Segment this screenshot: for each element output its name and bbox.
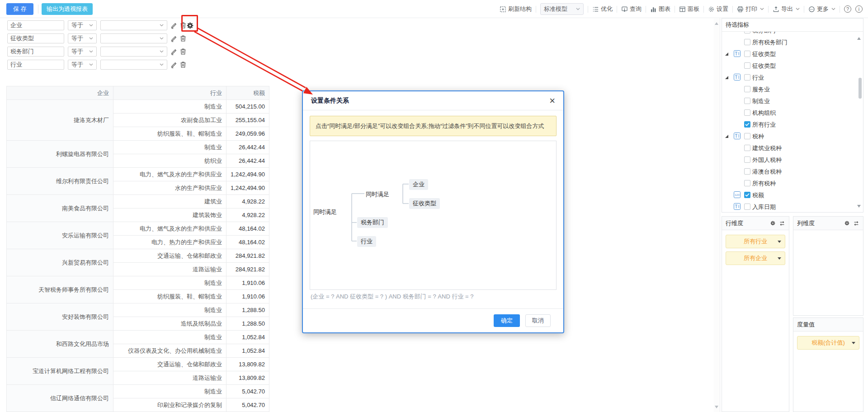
chart-label: 图表 — [659, 5, 670, 13]
help-icon[interactable]: ? — [844, 5, 851, 13]
print-button[interactable]: 打印 — [737, 5, 764, 13]
checkbox[interactable] — [744, 145, 750, 151]
checkbox[interactable] — [744, 121, 750, 128]
row-dimension-chip[interactable]: 所有企业 — [726, 251, 785, 265]
condition-group-node[interactable]: 同时满足 — [366, 190, 389, 199]
company-cell: 信辽网络通信有限公司 — [7, 385, 113, 412]
checkbox[interactable] — [744, 86, 750, 92]
checkbox[interactable] — [744, 192, 750, 198]
edit-icon[interactable] — [170, 34, 178, 43]
indicator-tree-item[interactable]: 所有行业 — [722, 118, 863, 130]
edit-icon[interactable] — [170, 47, 178, 56]
indicator-tree-item[interactable]: 建筑业税种 — [722, 142, 863, 154]
indicator-tree-item[interactable]: 所有税种 — [722, 177, 863, 189]
close-icon[interactable]: × — [549, 96, 555, 106]
checkbox[interactable] — [744, 109, 750, 116]
checkbox[interactable] — [744, 39, 750, 45]
indicator-tree-item[interactable]: 征收类型 — [722, 48, 863, 60]
checkbox[interactable] — [744, 204, 750, 210]
filter-value-select[interactable] — [100, 33, 167, 43]
filter-operator-value: 等于 — [71, 34, 83, 43]
refresh-structure-button[interactable]: 刷新结构 — [500, 5, 532, 13]
info-icon[interactable]: i — [855, 5, 863, 13]
delete-icon[interactable] — [179, 34, 187, 43]
scroll-up-arrow[interactable] — [857, 37, 861, 40]
filter-operator-select[interactable]: 等于 — [68, 47, 97, 57]
indicator-tree-item[interactable]: 服务业 — [722, 83, 863, 95]
panel-button[interactable]: 面板 — [679, 5, 699, 13]
dialog-hint-banner: 点击“同时满足/部分满足”可以改变组合关系;拖动“过滤条件”到不同位置可以改变组… — [310, 116, 557, 136]
checkbox[interactable] — [744, 168, 750, 175]
condition-chip-industry[interactable]: 行业 — [357, 236, 376, 247]
scroll-up-arrow[interactable] — [715, 22, 718, 25]
indicator-tree-item[interactable]: 机构组织 — [722, 107, 863, 118]
filter-field-input[interactable] — [7, 33, 64, 43]
amount-cell: 1,288.50 — [226, 303, 269, 317]
delete-icon[interactable] — [179, 61, 187, 69]
export-pivot-button[interactable]: 输出为透视报表 — [42, 3, 93, 15]
expander-icon[interactable] — [725, 52, 728, 56]
edit-icon[interactable] — [170, 61, 178, 69]
condition-root-node[interactable]: 同时满足 — [313, 208, 337, 216]
checkbox[interactable] — [744, 133, 750, 139]
checkbox[interactable] — [744, 74, 750, 81]
scrollbar-thumb[interactable] — [859, 78, 862, 99]
indicator-tree-item[interactable]: 入库日期 — [722, 201, 863, 212]
filter-operator-select[interactable]: 等于 — [68, 33, 97, 43]
table-row: 信辽网络通信有限公司制造业5,042.70 — [7, 385, 269, 398]
chart-button[interactable]: 图表 — [650, 5, 670, 13]
delete-icon[interactable] — [179, 47, 187, 56]
condition-chip-tax-dept[interactable]: 税务部门 — [357, 217, 388, 228]
filter-operator-select[interactable]: 等于 — [68, 20, 97, 30]
checkbox[interactable] — [744, 180, 750, 186]
ok-button[interactable]: 确定 — [494, 314, 520, 327]
main-scrollbar[interactable] — [714, 19, 719, 412]
checkbox[interactable] — [744, 62, 750, 69]
edit-icon[interactable] — [170, 21, 178, 29]
indicator-tree-item[interactable]: 行业 — [722, 71, 863, 83]
swap-icon[interactable] — [853, 220, 859, 227]
scroll-down-arrow[interactable] — [857, 205, 861, 208]
condition-chip-enterprise[interactable]: 企业 — [409, 179, 428, 190]
filter-value-select[interactable] — [100, 60, 167, 70]
model-select[interactable]: 标准模型 — [540, 3, 584, 15]
amount-cell: 1,910.06 — [226, 276, 269, 290]
gear-icon[interactable] — [770, 220, 776, 226]
measure-chip[interactable]: 税额(合计值) — [797, 336, 859, 350]
checkbox[interactable] — [744, 98, 750, 104]
expander-icon[interactable] — [725, 135, 728, 138]
export-button[interactable]: 导出 — [773, 5, 800, 13]
indicator-label: 所有行业 — [752, 121, 776, 129]
row-dimension-chip[interactable]: 所有行业 — [726, 235, 785, 248]
amount-cell: 284,921.82 — [226, 249, 269, 263]
query-button[interactable]: 查询 — [621, 5, 642, 13]
scroll-down-arrow[interactable] — [715, 406, 718, 408]
filter-field-input[interactable] — [7, 60, 64, 70]
indicator-tree-item[interactable]: 所有税务部门 — [722, 36, 863, 48]
indicator-tree-item[interactable]: 制造业 — [722, 95, 863, 107]
indicator-tree-item[interactable]: 港澳台税种 — [722, 166, 863, 177]
swap-icon[interactable] — [779, 220, 785, 227]
expander-icon[interactable] — [725, 76, 728, 79]
settings-button[interactable]: 设置 — [708, 5, 728, 13]
condition-chip-levy-type[interactable]: 征收类型 — [409, 198, 440, 209]
filter-field-input[interactable] — [7, 20, 64, 30]
filter-operator-select[interactable]: 等于 — [68, 60, 97, 70]
indicator-tree-item[interactable]: 征收类型 — [722, 60, 863, 71]
indicator-tree-item[interactable]: 税务部门 — [722, 32, 863, 36]
indicator-tree-item[interactable]: 税种 — [722, 130, 863, 142]
save-button[interactable]: 保 存 — [6, 3, 33, 15]
cancel-button[interactable]: 取消 — [525, 314, 551, 327]
export-label: 导出 — [781, 5, 793, 13]
optimize-button[interactable]: 优化 — [592, 5, 613, 13]
indicator-tree-item[interactable]: 外国人税种 — [722, 154, 863, 166]
filter-value-select[interactable] — [100, 47, 167, 57]
checkbox[interactable] — [744, 32, 750, 33]
checkbox[interactable] — [744, 51, 750, 57]
filter-value-select[interactable] — [100, 20, 167, 30]
gear-icon[interactable] — [844, 220, 850, 226]
indicator-tree-item[interactable]: 123税额 — [722, 189, 863, 201]
checkbox[interactable] — [744, 156, 750, 163]
more-button[interactable]: 更多 — [808, 5, 835, 13]
filter-field-input[interactable] — [7, 47, 64, 57]
